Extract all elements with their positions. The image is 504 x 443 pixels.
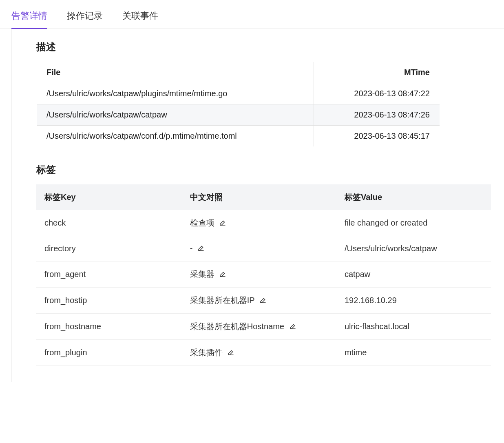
tag-zh-text: 采集器所在机器Hostname [190,322,284,331]
edit-icon[interactable] [219,270,226,280]
tag-value-cell: catpaw [336,261,491,288]
desc-file-cell: /Users/ulric/works/catpaw/plugins/mtime/… [37,83,314,104]
desc-mtime-cell: 2023-06-13 08:47:26 [314,104,440,126]
tag-key-cell: from_plugin [36,340,182,366]
tab-alert-detail[interactable]: 告警详情 [11,10,47,29]
tag-key-cell: check [36,210,182,236]
edit-icon[interactable] [259,297,267,306]
tag-zh-cell: 采集器所在机器IP [182,288,336,314]
table-row: check 检查项 file changed or created [36,210,491,236]
edit-icon[interactable] [227,349,234,358]
table-row: directory - /Users/ulric/works/catpaw [36,236,491,261]
desc-col-file: File [37,62,314,83]
tag-value-cell: /Users/ulric/works/catpaw [336,236,491,261]
tag-key-cell: directory [36,236,182,261]
section-title-tags: 标签 [36,163,491,176]
tags-table: 标签Key 中文对照 标签Value check 检查项 file change… [36,184,491,366]
tag-zh-cell: 采集器 [182,261,336,288]
desc-col-mtime: MTime [314,62,440,83]
tab-operation-log[interactable]: 操作记录 [67,10,103,29]
tags-col-zh: 中文对照 [182,184,336,210]
tags-col-value: 标签Value [336,184,491,210]
tag-zh-text: 采集插件 [190,348,223,357]
edit-icon[interactable] [197,244,205,254]
tag-key-cell: from_hostip [36,288,182,314]
table-row: from_hostname 采集器所在机器Hostname ulric-flas… [36,314,491,340]
tab-related-events[interactable]: 关联事件 [122,10,158,29]
tag-zh-text: 采集器 [190,270,214,279]
tag-zh-text: 采集器所在机器IP [190,296,255,305]
table-row: /Users/ulric/works/catpaw/catpaw 2023-06… [37,104,440,126]
section-title-description: 描述 [36,40,491,53]
tag-zh-text: - [190,244,193,253]
desc-mtime-cell: 2023-06-13 08:45:17 [314,126,440,147]
desc-file-cell: /Users/ulric/works/catpaw/conf.d/p.mtime… [37,126,314,147]
tag-zh-cell: 采集插件 [182,340,336,366]
table-row: from_hostip 采集器所在机器IP 192.168.10.29 [36,288,491,314]
tag-value-cell: 192.168.10.29 [336,288,491,314]
tag-key-cell: from_agent [36,261,182,288]
tag-value-cell: file changed or created [336,210,491,236]
table-row: /Users/ulric/works/catpaw/plugins/mtime/… [37,83,440,104]
description-table: File MTime /Users/ulric/works/catpaw/plu… [36,62,440,147]
tags-col-key: 标签Key [36,184,182,210]
table-row: /Users/ulric/works/catpaw/conf.d/p.mtime… [37,126,440,147]
tag-zh-text: 检查项 [190,218,214,227]
tag-value-cell: mtime [336,340,491,366]
table-row: from_agent 采集器 catpaw [36,261,491,288]
tag-value-cell: ulric-flashcat.local [336,314,491,340]
tag-zh-cell: 采集器所在机器Hostname [182,314,336,340]
table-row: from_plugin 采集插件 mtime [36,340,491,366]
tag-key-cell: from_hostname [36,314,182,340]
tag-zh-cell: - [182,236,336,261]
desc-mtime-cell: 2023-06-13 08:47:22 [314,83,440,104]
desc-file-cell: /Users/ulric/works/catpaw/catpaw [37,104,314,126]
edit-icon[interactable] [289,323,296,332]
tab-bar: 告警详情 操作记录 关联事件 [0,0,504,29]
tag-zh-cell: 检查项 [182,210,336,236]
edit-icon[interactable] [219,219,226,228]
content-panel: 描述 File MTime /Users/ulric/works/catpaw/… [11,29,504,382]
